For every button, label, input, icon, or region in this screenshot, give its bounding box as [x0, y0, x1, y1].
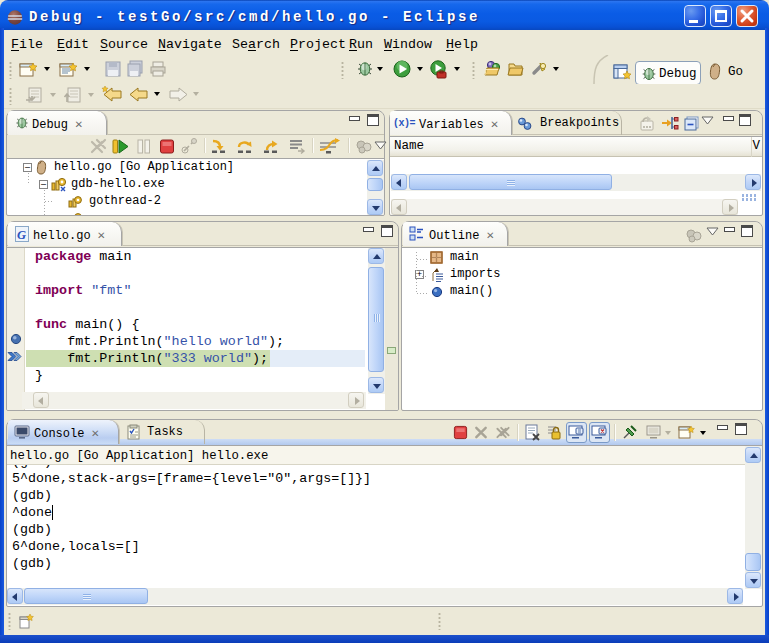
svg-text:G: G [17, 228, 26, 242]
